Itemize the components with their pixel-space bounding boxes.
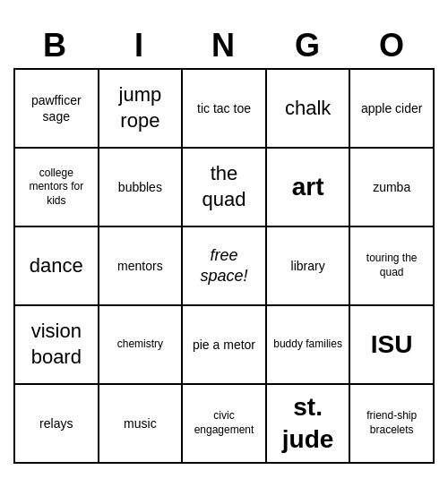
bingo-cell: bubbles [99, 149, 184, 227]
bingo-cell: the quad [183, 149, 267, 227]
bingo-cell: vision board [15, 306, 99, 385]
bingo-cell: ISU [350, 306, 435, 385]
bingo-cell: jump rope [99, 70, 184, 149]
bingo-cell: zumba [350, 149, 435, 227]
bingo-cell: apple cider [350, 70, 435, 149]
bingo-cell: relays [15, 385, 99, 464]
header-letter: B [13, 23, 98, 68]
bingo-card: BINGO pawfficer sagejump ropetic tac toe… [13, 23, 435, 464]
bingo-cell: art [267, 149, 351, 227]
bingo-cell: mentors [99, 227, 184, 306]
bingo-cell: buddy families [267, 306, 351, 385]
bingo-cell: library [267, 227, 351, 306]
bingo-cell: college mentors for kids [15, 149, 99, 227]
header-letter: I [98, 23, 182, 68]
bingo-header: BINGO [13, 23, 435, 68]
header-letter: N [182, 23, 266, 68]
bingo-cell: chemistry [99, 306, 184, 385]
bingo-cell: chalk [267, 70, 351, 149]
header-letter: O [350, 23, 435, 68]
bingo-cell: music [99, 385, 184, 464]
bingo-cell: pawfficer sage [15, 70, 99, 149]
bingo-cell: pie a metor [183, 306, 267, 385]
bingo-grid: pawfficer sagejump ropetic tac toechalka… [13, 68, 435, 464]
bingo-cell: tic tac toe [183, 70, 267, 149]
bingo-cell: dance [15, 227, 99, 306]
bingo-cell: civic engagement [183, 385, 267, 464]
bingo-cell: free space! [183, 227, 267, 306]
bingo-cell: friend-ship bracelets [350, 385, 435, 464]
header-letter: G [266, 23, 350, 68]
bingo-cell: st. jude [267, 385, 351, 464]
bingo-cell: touring the quad [350, 227, 435, 306]
